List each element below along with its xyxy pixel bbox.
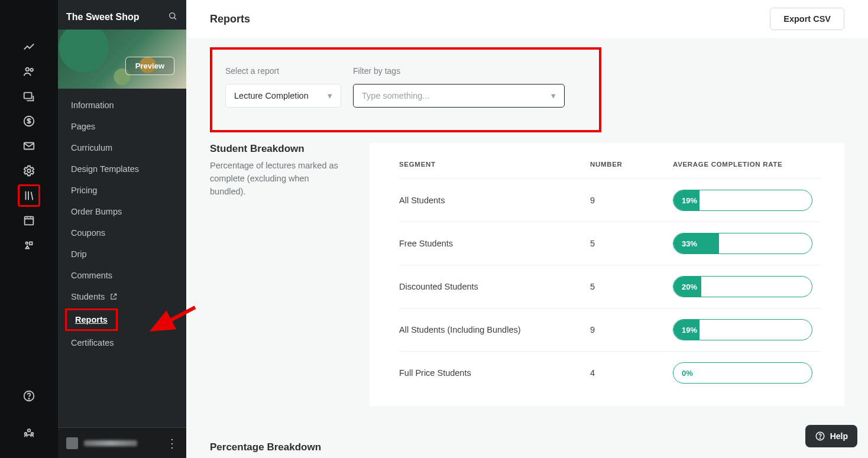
svg-point-10 — [28, 398, 29, 399]
col-number: NUMBER — [590, 161, 673, 168]
sidebar-item-label: Certificates — [71, 338, 114, 347]
svg-rect-8 — [30, 242, 33, 245]
sidebar-item-label: Curriculum — [71, 143, 112, 152]
sidebar-item-label: Drip — [71, 249, 87, 259]
help-label: Help — [830, 431, 848, 441]
course-sidebar: The Sweet Shop Preview InformationPagesC… — [58, 0, 186, 458]
svg-point-12 — [25, 433, 27, 435]
table-row: Discounted Students520% — [399, 265, 821, 308]
table-row: All Students (Including Bundles)919% — [399, 308, 821, 351]
nav-rail — [0, 0, 58, 458]
course-menu: InformationPagesCurriculumDesign Templat… — [58, 89, 186, 427]
breakdown-desc: Percentage of lectures marked as complet… — [210, 160, 346, 198]
search-icon[interactable] — [167, 11, 178, 24]
page-title: Reports — [210, 13, 250, 25]
number-cell: 4 — [590, 368, 673, 378]
report-select[interactable]: Lecture Completion ▾ — [225, 84, 341, 108]
svg-point-7 — [26, 242, 28, 245]
more-menu-icon[interactable]: ⋮ — [166, 436, 178, 450]
apps-icon[interactable] — [18, 234, 40, 256]
completion-bar: 19% — [673, 190, 812, 211]
completion-bar: 20% — [673, 276, 812, 297]
sidebar-item-information[interactable]: Information — [58, 95, 186, 116]
community-icon[interactable] — [18, 421, 40, 444]
number-cell: 5 — [590, 282, 673, 291]
sidebar-item-reports[interactable]: Reports — [58, 307, 186, 332]
course-hero: Preview — [58, 30, 186, 89]
segment-cell: Discounted Students — [399, 282, 590, 291]
sidebar-item-drip[interactable]: Drip — [58, 243, 186, 265]
breakdown-title: Student Breakdown — [210, 143, 346, 155]
export-csv-button[interactable]: Export CSV — [770, 8, 844, 30]
sidebar-footer: ⋮ — [58, 427, 186, 458]
users-icon[interactable] — [18, 60, 40, 83]
sidebar-item-students[interactable]: Students — [58, 286, 186, 307]
segment-cell: Full Price Students — [399, 368, 590, 378]
analytics-icon[interactable] — [18, 35, 40, 58]
topbar: Reports Export CSV — [186, 0, 868, 38]
percentage-breakdown-title: Percentage Breakdown — [210, 441, 844, 453]
sidebar-item-order-bumps[interactable]: Order Bumps — [58, 201, 186, 222]
segment-cell: All Students — [399, 196, 590, 205]
completion-bar: 0% — [673, 362, 812, 384]
completion-bar-label: 0% — [682, 369, 693, 378]
sidebar-item-label: Information — [71, 100, 114, 110]
sidebar-item-label: Comments — [71, 271, 112, 280]
sidebar-item-coupons[interactable]: Coupons — [58, 222, 186, 243]
table-row: All Students919% — [399, 178, 821, 222]
breakdown-card: SEGMENT NUMBER AVERAGE COMPLETION RATE A… — [370, 143, 844, 406]
sidebar-item-label: Coupons — [71, 228, 105, 238]
sidebar-item-certificates[interactable]: Certificates — [58, 332, 186, 353]
tags-filter-label: Filter by tags — [353, 66, 565, 76]
sidebar-item-pages[interactable]: Pages — [58, 116, 186, 137]
filter-panel: Select a report Lecture Completion ▾ Fil… — [210, 47, 601, 132]
segment-cell: Free Students — [399, 239, 590, 248]
tags-filter-input[interactable]: Type something... ▾ — [353, 84, 565, 108]
completion-bar-label: 19% — [682, 326, 697, 334]
svg-point-18 — [820, 438, 820, 438]
svg-point-1 — [30, 69, 33, 72]
report-select-label: Select a report — [225, 66, 341, 76]
number-cell: 9 — [590, 325, 673, 334]
settings-icon[interactable] — [18, 160, 40, 182]
sidebar-item-label: Pages — [71, 122, 95, 131]
sidebar-item-comments[interactable]: Comments — [58, 265, 186, 286]
svg-point-15 — [170, 13, 175, 18]
number-cell: 5 — [590, 239, 673, 248]
support-icon[interactable] — [18, 385, 40, 407]
courses-icon[interactable] — [18, 184, 40, 207]
sidebar-item-label: Reports — [75, 315, 108, 324]
svg-rect-6 — [25, 217, 34, 225]
svg-point-5 — [27, 169, 31, 173]
username — [84, 440, 137, 446]
svg-point-11 — [28, 429, 31, 432]
preview-button[interactable]: Preview — [125, 57, 174, 75]
svg-point-13 — [31, 433, 34, 435]
chevron-down-icon: ▾ — [551, 91, 556, 100]
completion-bar-label: 20% — [682, 282, 697, 291]
emails-icon[interactable] — [18, 135, 40, 157]
chevron-down-icon: ▾ — [328, 91, 332, 100]
sidebar-item-pricing[interactable]: Pricing — [58, 180, 186, 201]
course-title: The Sweet Shop — [66, 12, 140, 22]
main: Reports Export CSV Select a report Lectu… — [186, 0, 868, 458]
sales-icon[interactable] — [18, 110, 40, 132]
external-link-icon — [109, 293, 118, 301]
site-icon[interactable] — [18, 85, 40, 108]
sidebar-item-label: Pricing — [71, 186, 97, 195]
svg-point-0 — [26, 68, 30, 72]
sidebar-item-curriculum[interactable]: Curriculum — [58, 137, 186, 158]
help-button[interactable]: Help — [805, 425, 857, 447]
sidebar-item-label: Students — [71, 292, 105, 301]
calendar-icon[interactable] — [18, 209, 40, 232]
table-row: Free Students533% — [399, 222, 821, 265]
table-row: Full Price Students40% — [399, 351, 821, 394]
report-select-value: Lecture Completion — [234, 91, 309, 100]
completion-bar-label: 33% — [682, 239, 697, 248]
col-segment: SEGMENT — [399, 161, 590, 168]
completion-bar-label: 19% — [682, 196, 697, 205]
number-cell: 9 — [590, 196, 673, 205]
sidebar-item-design-templates[interactable]: Design Templates — [58, 158, 186, 180]
completion-bar: 19% — [673, 319, 812, 340]
col-rate: AVERAGE COMPLETION RATE — [673, 161, 821, 168]
